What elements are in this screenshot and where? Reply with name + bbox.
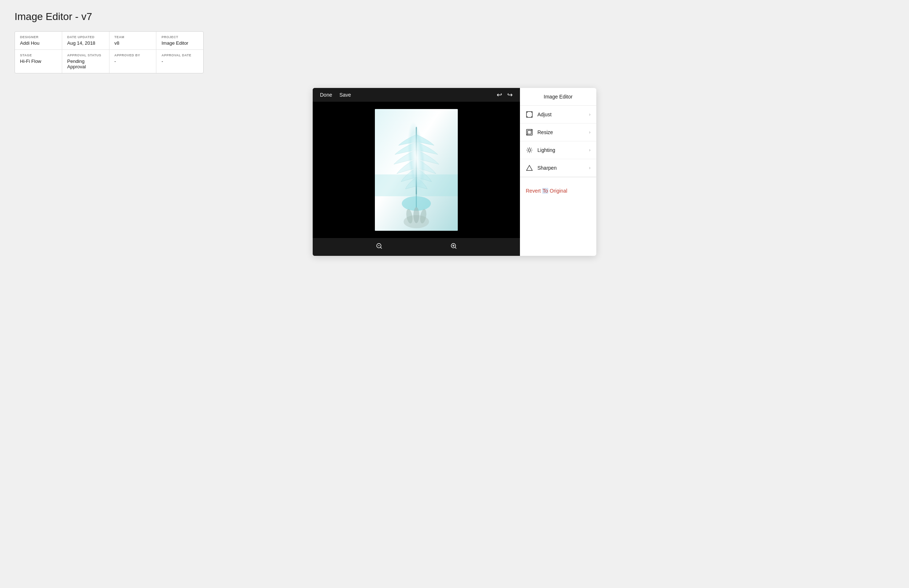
resize-item[interactable]: Resize › [520, 124, 596, 141]
svg-point-24 [528, 149, 531, 152]
sharpen-chevron-icon: › [589, 165, 590, 170]
revert-button[interactable]: Revert To Original [526, 188, 567, 194]
save-button[interactable]: Save [339, 92, 351, 98]
revert-section: Revert To Original [520, 182, 596, 200]
editor-panel: Image Editor Adjust › [520, 88, 596, 256]
page-title: Image Editor - v7 [15, 11, 894, 23]
done-button[interactable]: Done [320, 92, 332, 98]
feather-image [375, 109, 458, 231]
redo-button[interactable]: ↪ [507, 92, 513, 98]
date-updated-label: DATE UPDATED [67, 35, 104, 39]
image-canvas [313, 102, 520, 238]
lighting-item[interactable]: Lighting › [520, 141, 596, 159]
project-value: Image Editor [162, 40, 198, 46]
adjust-icon [526, 111, 533, 118]
stage-label: STAGE [20, 53, 57, 57]
zoom-out-button[interactable] [375, 242, 383, 252]
date-updated-cell: DATE UPDATED Aug 14, 2018 [62, 32, 110, 49]
svg-line-32 [527, 152, 527, 152]
sharpen-label: Sharpen [537, 165, 589, 171]
approved-by-label: APPROVED BY [115, 53, 151, 57]
team-value: v8 [115, 40, 151, 46]
lighting-chevron-icon: › [589, 147, 590, 153]
designer-label: DESIGNER [20, 35, 57, 39]
editor-toolbar: Done Save ↩ ↪ [313, 88, 520, 102]
approval-date-label: APPROVAL DATE [162, 53, 198, 57]
adjust-chevron-icon: › [589, 112, 590, 117]
stage-cell: STAGE Hi-Fi Flow [15, 50, 62, 73]
adjust-item[interactable]: Adjust › [520, 106, 596, 124]
approved-by-cell: APPROVED BY - [110, 50, 157, 73]
sharpen-icon [526, 164, 533, 171]
editor-container: Done Save ↩ ↪ [313, 88, 596, 256]
metadata-table: DESIGNER Addi Hou DATE UPDATED Aug 14, 2… [15, 31, 204, 73]
team-cell: TEAM v8 [110, 32, 157, 49]
approval-status-label: APPROVAL STATUS [67, 53, 104, 57]
svg-line-14 [455, 247, 456, 249]
metadata-row-2: STAGE Hi-Fi Flow APPROVAL STATUS Pending… [15, 50, 203, 73]
undo-button[interactable]: ↩ [497, 92, 502, 98]
resize-label: Resize [537, 129, 589, 135]
project-label: PROJECT [162, 35, 198, 39]
designer-value: Addi Hou [20, 40, 57, 46]
zoom-controls [313, 238, 520, 256]
sharpen-item[interactable]: Sharpen › [520, 159, 596, 177]
adjust-label: Adjust [537, 111, 589, 117]
svg-line-10 [380, 247, 382, 249]
metadata-row-1: DESIGNER Addi Hou DATE UPDATED Aug 14, 2… [15, 32, 203, 50]
svg-rect-1 [375, 174, 458, 196]
approval-date-cell: APPROVAL DATE - [156, 50, 203, 73]
resize-chevron-icon: › [589, 130, 590, 135]
svg-line-30 [531, 152, 531, 152]
date-updated-value: Aug 14, 2018 [67, 40, 104, 46]
svg-line-29 [527, 148, 527, 148]
approval-status-cell: APPROVAL STATUS Pending Approval [62, 50, 110, 73]
approved-by-value: - [115, 58, 151, 64]
approval-date-value: - [162, 58, 198, 64]
zoom-in-button[interactable] [450, 242, 458, 252]
project-cell: PROJECT Image Editor [156, 32, 203, 49]
svg-line-31 [531, 148, 531, 148]
designer-cell: DESIGNER Addi Hou [15, 32, 62, 49]
approval-status-value: Pending Approval [67, 58, 104, 69]
panel-title: Image Editor [520, 88, 596, 106]
svg-point-6 [413, 207, 419, 223]
svg-rect-21 [527, 131, 531, 134]
team-label: TEAM [115, 35, 151, 39]
lighting-label: Lighting [537, 147, 589, 153]
stage-value: Hi-Fi Flow [20, 58, 57, 64]
canvas-area: Done Save ↩ ↪ [313, 88, 520, 256]
svg-marker-33 [526, 165, 532, 170]
lighting-icon [526, 147, 533, 154]
editor-wrapper: Done Save ↩ ↪ [15, 88, 894, 256]
resize-icon [526, 129, 533, 136]
